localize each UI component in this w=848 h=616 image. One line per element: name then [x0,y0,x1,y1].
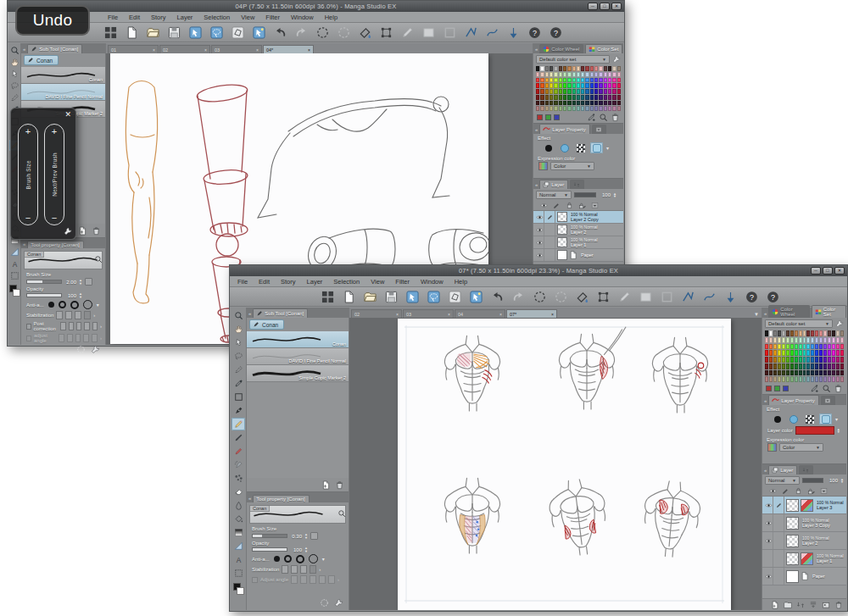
color-swatch[interactable] [559,95,562,100]
color-swatch[interactable] [617,78,621,83]
color-swatch[interactable] [577,66,580,71]
prop-step[interactable] [92,334,98,342]
color-swatch[interactable] [585,66,589,71]
color-swatch[interactable] [806,357,810,363]
color-swatch[interactable] [786,330,789,336]
menu-file[interactable]: File [237,278,248,286]
layer-panel-tab[interactable]: Layer [768,465,797,474]
tool-blend[interactable] [232,499,245,512]
color-swatch[interactable] [828,370,831,376]
tab-list-dropdown[interactable]: ▼ [754,312,759,317]
shortcut-slider-brush-size[interactable]: +Brush Size− [18,124,38,225]
collapse-icon[interactable]: « [248,494,251,502]
color-swatch[interactable] [782,344,785,350]
menu-edit[interactable]: Edit [129,14,140,21]
toolbar-open-folder[interactable] [362,289,377,304]
color-swatch[interactable] [612,66,616,71]
new-layer-icon[interactable] [771,601,779,609]
color-swatch[interactable] [819,344,823,350]
color-swatch[interactable] [559,101,562,106]
color-swatch[interactable] [567,106,571,111]
color-swatch[interactable] [806,376,810,382]
toolbar-help[interactable]: ? [744,289,759,304]
expression-color-dropdown[interactable]: Color▼ [779,443,823,452]
color-swatch[interactable] [778,363,781,369]
subtool-item[interactable]: Conan [247,331,349,348]
tool-frame[interactable] [232,391,245,403]
toolbar-pencil-disabled[interactable] [399,25,415,40]
color-swatch[interactable] [832,363,835,369]
color-swatch[interactable] [778,344,781,350]
magnifier-icon[interactable] [822,384,831,393]
color-swatch[interactable] [823,370,827,376]
tool-navigation-tab[interactable] [592,125,606,134]
current-subtool-chip[interactable]: Conan [24,55,59,65]
color-swatch[interactable] [536,89,539,94]
color-swatch[interactable] [765,370,768,376]
color-swatch[interactable] [536,78,539,83]
color-swatch[interactable] [567,95,571,100]
color-swatch[interactable] [769,330,773,336]
toolbar-save[interactable] [383,289,399,304]
color-swatch[interactable] [823,330,827,336]
layer-search-tab[interactable] [799,465,813,474]
color-swatch[interactable] [803,363,806,369]
page-tab[interactable]: 02× [351,309,402,318]
color-swatch[interactable] [795,350,798,356]
tool-select-pen[interactable] [232,363,245,376]
plus-button[interactable]: + [52,127,57,136]
color-swatch[interactable] [778,370,781,376]
tool-airbrush[interactable] [232,458,245,471]
layer-thumbnail[interactable] [557,250,567,260]
expression-color-dropdown[interactable]: Color▼ [550,162,594,170]
collapse-icon[interactable]: « [535,180,538,189]
color-swatch[interactable] [559,106,562,111]
color-swatch[interactable] [840,376,844,382]
color-swatch[interactable] [828,330,831,336]
color-swatch[interactable] [563,101,566,106]
lock-icon[interactable] [566,202,573,209]
color-swatch[interactable] [828,344,831,350]
color-swatch[interactable] [840,330,844,336]
color-swatch[interactable] [803,337,806,343]
layer-color-stepper[interactable]: ▲▼ [837,428,840,434]
prop-stepper[interactable]: ▲▼ [79,292,82,298]
color-swatch[interactable] [819,350,823,356]
toolbar-grid[interactable] [320,289,335,304]
collapse-icon[interactable]: « [764,309,767,318]
edit-pencil-icon[interactable] [553,202,561,209]
tool-select-area[interactable] [232,567,245,580]
layer-visibility-cell[interactable] [535,211,544,223]
color-swatch[interactable] [594,95,598,100]
new-subtool-icon[interactable] [321,480,331,490]
color-swatch[interactable] [799,376,802,382]
antialias-more[interactable]: ▾ [322,556,325,562]
color-swatch[interactable] [823,350,827,356]
tool-ruler[interactable] [232,540,245,552]
color-swatch[interactable] [815,370,818,376]
new-subtool-icon[interactable] [78,226,87,236]
menu-view[interactable]: View [371,278,384,286]
color-swatch[interactable] [832,357,835,363]
color-swatch[interactable] [554,106,557,111]
color-swatch[interactable] [769,350,773,356]
color-swatch[interactable] [608,83,611,88]
color-swatch[interactable] [769,376,773,382]
color-swatch[interactable] [795,330,798,336]
layer-property-tab[interactable]: Layer Property [768,395,818,405]
visibility-eye-icon[interactable] [536,214,544,221]
color-swatch[interactable] [803,344,806,350]
color-swatch[interactable] [536,106,539,111]
color-swatch[interactable] [786,363,789,369]
color-swatch[interactable] [599,101,602,106]
antialias-option[interactable] [284,555,292,563]
color-swatch[interactable] [563,78,566,83]
color-swatch[interactable] [599,89,602,94]
color-swatch[interactable] [550,78,553,83]
delete-subtool-icon[interactable] [335,480,344,490]
color-swatch[interactable] [786,370,789,376]
color-swatch[interactable] [594,78,598,83]
color-swatch[interactable] [617,66,621,71]
toolbar-arrow-tool[interactable] [505,25,521,40]
color-swatch[interactable] [581,66,584,71]
